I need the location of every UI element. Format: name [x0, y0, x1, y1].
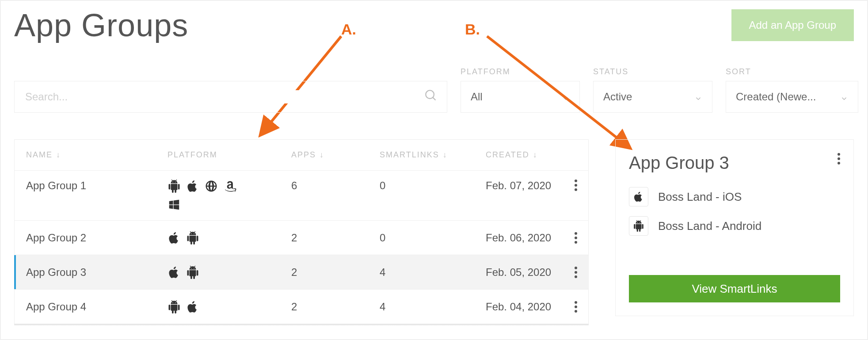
android-icon — [186, 266, 199, 279]
table-row[interactable]: App Group 424Feb. 04, 2020 — [15, 290, 588, 324]
apple-icon — [186, 180, 199, 193]
annotation-b-label: B. — [465, 21, 480, 38]
status-filter-label: STATUS — [593, 67, 712, 76]
row-smartlinks: 4 — [368, 266, 474, 279]
column-apps-label: APPS — [291, 150, 316, 160]
column-apps[interactable]: APPS ↓ — [280, 150, 368, 160]
column-platform-label: PLATFORM — [168, 150, 217, 160]
row-platforms — [156, 231, 244, 244]
row-name: App Group 1 — [15, 180, 156, 192]
row-smartlinks: 0 — [368, 232, 474, 244]
platform-filter-label: PLATFORM — [461, 67, 580, 76]
windows-icon — [168, 198, 181, 211]
android-icon — [186, 231, 199, 244]
row-name: App Group 2 — [15, 232, 156, 244]
platform-filter-select[interactable]: All — [461, 81, 580, 113]
row-smartlinks: 4 — [368, 301, 474, 313]
sort-filter-value: Created (Newe... — [736, 91, 816, 103]
column-platform[interactable]: PLATFORM — [156, 150, 280, 160]
detail-app-label: Boss Land - iOS — [658, 190, 742, 204]
row-smartlinks: 0 — [368, 180, 474, 192]
apple-icon — [186, 300, 199, 313]
sort-filter-label: SORT — [726, 67, 858, 76]
view-smartlinks-button[interactable]: View SmartLinks — [629, 275, 840, 302]
annotation-a-label: A. — [341, 21, 356, 38]
column-smartlinks[interactable]: SMARTLINKS ↓ — [368, 150, 474, 160]
apple-icon — [168, 231, 181, 244]
row-more-menu[interactable] — [563, 232, 589, 244]
sort-arrow-icon: ↓ — [56, 150, 61, 160]
search-box[interactable] — [14, 81, 447, 113]
column-name-label: NAME — [26, 150, 53, 160]
chevron-down-icon — [694, 93, 702, 101]
column-created[interactable]: CREATED ↓ — [474, 150, 563, 160]
row-created: Feb. 06, 2020 — [474, 232, 563, 244]
row-created: Feb. 05, 2020 — [474, 266, 563, 279]
page-title: App Groups — [14, 7, 188, 43]
add-app-group-button[interactable]: Add an App Group — [731, 9, 854, 41]
status-filter-value: Active — [603, 91, 632, 103]
sort-arrow-icon: ↓ — [443, 150, 448, 160]
detail-more-menu[interactable] — [838, 153, 840, 164]
row-more-menu[interactable] — [563, 267, 589, 278]
detail-app-item: Boss Land - Android — [629, 216, 840, 236]
sort-filter-select[interactable]: Created (Newe... — [726, 81, 858, 113]
chevron-down-icon — [840, 93, 848, 101]
detail-title: App Group 3 — [629, 153, 729, 173]
search-input[interactable] — [24, 90, 425, 103]
column-created-label: CREATED — [486, 150, 529, 160]
search-icon — [425, 89, 437, 105]
row-platforms — [156, 180, 244, 211]
amazon-icon — [223, 180, 236, 193]
row-platforms — [156, 266, 244, 279]
app-groups-table: NAME ↓ PLATFORM APPS ↓ SMARTLINKS ↓ — [14, 139, 589, 324]
row-more-menu[interactable] — [563, 180, 589, 191]
apple-icon — [168, 266, 181, 279]
column-name[interactable]: NAME ↓ — [15, 150, 156, 160]
status-filter-select[interactable]: Active — [593, 81, 712, 113]
detail-panel: App Group 3 Boss Land - iOSBoss Land - A… — [615, 139, 854, 316]
sort-arrow-icon: ↓ — [320, 150, 324, 160]
row-created: Feb. 07, 2020 — [474, 180, 563, 192]
table-row[interactable]: App Group 160Feb. 07, 2020 — [15, 171, 588, 221]
detail-app-label: Boss Land - Android — [658, 219, 761, 233]
android-icon — [168, 300, 181, 313]
column-smartlinks-label: SMARTLINKS — [380, 150, 439, 160]
row-platforms — [156, 300, 244, 313]
row-apps: 6 — [280, 180, 368, 192]
table-row[interactable]: App Group 324Feb. 05, 2020 — [15, 255, 588, 290]
row-apps: 2 — [280, 301, 368, 313]
row-created: Feb. 04, 2020 — [474, 301, 563, 313]
table-header: NAME ↓ PLATFORM APPS ↓ SMARTLINKS ↓ — [15, 140, 588, 171]
row-name: App Group 4 — [15, 301, 156, 313]
apple-icon — [629, 187, 648, 206]
web-icon — [205, 180, 218, 193]
row-apps: 2 — [280, 266, 368, 279]
table-row[interactable]: App Group 220Feb. 06, 2020 — [15, 221, 588, 255]
row-name: App Group 3 — [15, 266, 156, 279]
row-apps: 2 — [280, 232, 368, 244]
detail-app-item: Boss Land - iOS — [629, 187, 840, 206]
android-icon — [629, 216, 648, 236]
sort-arrow-icon: ↓ — [533, 150, 538, 160]
platform-filter-value: All — [471, 91, 483, 103]
row-more-menu[interactable] — [563, 301, 589, 313]
chevron-down-icon — [562, 93, 570, 101]
android-icon — [168, 180, 181, 193]
